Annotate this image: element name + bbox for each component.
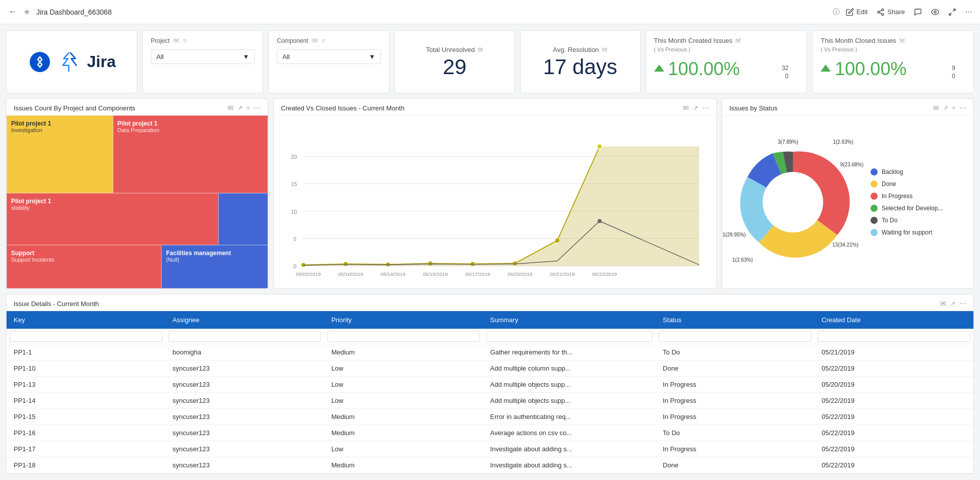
svg-text:05/10/2019: 05/10/2019 bbox=[338, 271, 364, 277]
svg-text:05/22/2019: 05/22/2019 bbox=[592, 271, 617, 277]
treemap-comment-icon[interactable]: ✉ bbox=[227, 104, 234, 112]
comment-icon2[interactable]: ✉ bbox=[312, 37, 318, 44]
cell-priority: Medium bbox=[324, 344, 483, 361]
dot-7 bbox=[597, 144, 602, 149]
cell-summary: Add multiple column supp... bbox=[483, 361, 656, 377]
pie-filter-icon[interactable]: ▿ bbox=[952, 104, 955, 111]
dot-4 bbox=[471, 262, 475, 266]
cell-key: PP1-13 bbox=[7, 377, 165, 393]
filter-status[interactable] bbox=[659, 331, 812, 342]
jira-logo: Jira bbox=[28, 49, 116, 75]
filter-priority[interactable] bbox=[327, 331, 480, 342]
comment-icon5[interactable]: ✉ bbox=[735, 37, 741, 44]
legend-label-inprogress: In Progress bbox=[882, 193, 912, 200]
project-select[interactable]: All ▼ bbox=[151, 49, 255, 64]
cell-date: 05/20/2019 bbox=[815, 377, 973, 393]
filter-key[interactable] bbox=[10, 331, 162, 342]
table-more-icon[interactable]: ⋯ bbox=[959, 299, 966, 308]
edit-button[interactable]: Edit bbox=[846, 8, 868, 16]
created-arrow-up bbox=[654, 65, 664, 72]
cell-priority: Low bbox=[324, 361, 483, 377]
filter-date[interactable] bbox=[818, 331, 970, 342]
chart-header: Created Vs Closed Issues - Current Month… bbox=[274, 99, 716, 115]
cell-priority: Medium bbox=[324, 457, 483, 473]
cell-key: PP1-1 bbox=[7, 344, 165, 361]
comment-icon4[interactable]: ✉ bbox=[602, 46, 607, 53]
svg-text:0: 0 bbox=[294, 263, 297, 269]
svg-text:05/02/2019: 05/02/2019 bbox=[296, 271, 321, 277]
closed-numbers: 9 0 bbox=[952, 65, 955, 80]
jira-logo-icon bbox=[28, 50, 52, 74]
cell-priority: Medium bbox=[324, 409, 483, 425]
treemap-header: Issues Count By Project and Components ✉… bbox=[7, 99, 268, 115]
cell-assignee: syncuser123 bbox=[165, 441, 324, 457]
star-button[interactable]: ★ bbox=[23, 7, 30, 17]
comment-icon[interactable]: ✉ bbox=[174, 37, 179, 44]
legend-selected: Selected for Develop... bbox=[871, 205, 943, 212]
chart-comment-icon[interactable]: ✉ bbox=[683, 104, 689, 112]
chart-expand-icon[interactable]: ↗ bbox=[693, 104, 698, 111]
comment-button[interactable] bbox=[914, 8, 922, 16]
pie-expand-icon[interactable]: ↗ bbox=[943, 104, 948, 111]
row1: Jira Project ✉ ▿ All ▼ Component ✉ ▿ All bbox=[6, 30, 974, 93]
share-button[interactable]: Share bbox=[877, 8, 905, 16]
table-comment-icon[interactable]: ✉ bbox=[940, 299, 946, 308]
back-button[interactable]: ← bbox=[8, 7, 17, 17]
watch-button[interactable] bbox=[931, 8, 939, 16]
closed-num2: 0 bbox=[952, 73, 955, 80]
expand-button[interactable] bbox=[948, 8, 956, 16]
legend-dot-done bbox=[871, 181, 878, 188]
pie-title: Issues by Status bbox=[729, 104, 929, 112]
dot-0 bbox=[301, 263, 305, 267]
pie-comment-icon[interactable]: ✉ bbox=[933, 104, 939, 112]
cell-date: 05/22/2019 bbox=[815, 441, 973, 457]
comment-icon6[interactable]: ✉ bbox=[899, 37, 905, 44]
avg-resolution-value: 17 days bbox=[543, 56, 617, 78]
ann-inprogress: 13(34.21%) bbox=[832, 242, 858, 248]
total-unresolved-label: Total Unresolved ✉ bbox=[426, 46, 483, 53]
treemap-expand-icon[interactable]: ↗ bbox=[238, 104, 243, 111]
info-icon: ⓘ bbox=[833, 8, 840, 17]
treemap-title: Issues Count By Project and Components bbox=[14, 104, 223, 112]
table-panel: Issue Details - Current Month ✉ ↗ ⋯ Key … bbox=[6, 294, 974, 474]
cell-priority: Low bbox=[324, 377, 483, 393]
treemap-cell-investigation: Pilot project 1 Investigation bbox=[7, 115, 113, 193]
donut-hole bbox=[763, 172, 823, 232]
issue-table: Key Assignee Priority Summary Status Cre… bbox=[7, 311, 973, 473]
svg-text:05/14/2019: 05/14/2019 bbox=[380, 271, 406, 277]
component-select[interactable]: All ▼ bbox=[277, 49, 381, 64]
project-filter-card: Project ✉ ▿ All ▼ bbox=[142, 30, 263, 93]
svg-line-3 bbox=[880, 13, 882, 14]
treemap-filter-icon[interactable]: ▿ bbox=[247, 104, 250, 111]
more-button[interactable]: ⋯ bbox=[965, 8, 972, 16]
svg-point-0 bbox=[882, 9, 884, 11]
cell-summary: Add multiple objects supp... bbox=[483, 393, 656, 409]
created-num1: 32 bbox=[782, 65, 788, 72]
pie-more-icon[interactable]: ⋯ bbox=[959, 104, 966, 112]
treemap-cell-facilities: Facilities management (Null) bbox=[161, 245, 268, 288]
filter-assignee[interactable] bbox=[168, 331, 321, 342]
cell-label-4: Support bbox=[11, 250, 157, 257]
svg-text:05/20/2019: 05/20/2019 bbox=[507, 271, 533, 277]
cell-date: 05/22/2019 bbox=[815, 361, 973, 377]
treemap-panel: Issues Count By Project and Components ✉… bbox=[6, 98, 268, 289]
filter-icon[interactable]: ▿ bbox=[183, 37, 187, 44]
legend-waiting: Waiting for support bbox=[871, 229, 943, 236]
cell-priority: Medium bbox=[324, 425, 483, 441]
treemap-cell-stability: Pilot project 1 stability bbox=[7, 193, 218, 245]
pie-header: Issues by Status ✉ ↗ ▿ ⋯ bbox=[722, 99, 973, 115]
filter-icon2[interactable]: ▿ bbox=[322, 37, 325, 44]
filter-summary[interactable] bbox=[486, 331, 653, 342]
cell-status: Done bbox=[656, 457, 815, 473]
chart-more-icon[interactable]: ⋯ bbox=[702, 104, 709, 112]
ann-done: 9(23.68%) bbox=[840, 162, 863, 167]
comment-icon3[interactable]: ✉ bbox=[478, 46, 483, 53]
legend-label-done: Done bbox=[882, 181, 896, 188]
table-header-row: Key Assignee Priority Summary Status Cre… bbox=[7, 311, 973, 329]
cell-key: PP1-17 bbox=[7, 441, 165, 457]
svg-point-2 bbox=[882, 13, 884, 15]
closed-num1: 9 bbox=[952, 65, 955, 72]
table-expand-icon[interactable]: ↗ bbox=[950, 300, 955, 307]
treemap-more-icon[interactable]: ⋯ bbox=[254, 104, 261, 112]
ann-selected: 1(2.63%) bbox=[833, 139, 853, 145]
